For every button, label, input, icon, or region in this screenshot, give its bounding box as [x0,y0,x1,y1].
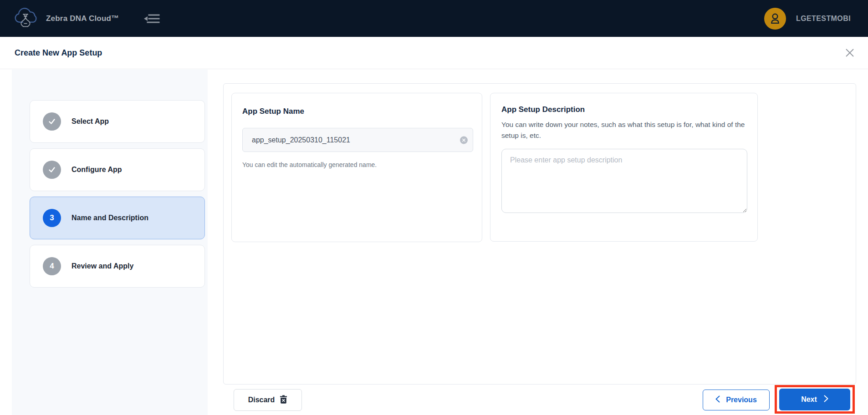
user-avatar[interactable] [764,8,786,30]
wizard-steps: Select App Configure App 3 Name and Desc… [12,70,208,288]
chevron-left-icon [715,395,720,405]
step-review-and-apply[interactable]: 4 Review and Apply [30,245,205,288]
form-cards-row: App Setup Name You can edit the automati… [231,93,758,242]
previous-label: Previous [726,396,757,404]
app-setup-name-helper: You can edit the automatically generated… [242,161,471,168]
app-setup-description-title: App Setup Description [501,105,746,114]
app-setup-name-input-wrap [242,128,473,152]
step-configure-app[interactable]: Configure App [30,148,205,191]
page-header: Create New App Setup [0,37,868,69]
clear-input-icon[interactable] [460,136,468,144]
chevron-right-icon [824,395,828,404]
step-done-check-icon [43,161,61,179]
previous-button[interactable]: Previous [703,390,770,410]
app-setup-description-card: App Setup Description You can write down… [490,93,758,242]
step-label: Select App [71,117,109,126]
next-label: Next [801,395,817,404]
step-number-badge: 3 [43,209,61,227]
app-setup-description-subtitle: You can write down your notes, such as w… [501,119,750,141]
step-label: Name and Description [71,214,148,222]
discard-button[interactable]: Discard [234,389,302,411]
app-setup-name-title: App Setup Name [242,107,471,116]
username-label: LGETESTMOBI [796,15,851,23]
trash-icon [280,395,287,405]
step-label: Review and Apply [71,262,133,270]
step-select-app[interactable]: Select App [30,100,205,143]
next-button-highlight-annotation: Next [775,385,855,414]
step-content-panel: App Setup Name You can edit the automati… [223,83,856,385]
step-done-check-icon [43,112,61,131]
app-setup-name-card: App Setup Name You can edit the automati… [231,93,482,242]
page-title: Create New App Setup [15,48,102,58]
user-menu[interactable]: LGETESTMOBI [764,8,851,30]
close-icon[interactable] [842,46,857,60]
step-number-badge: 4 [43,257,61,275]
collapse-menu-icon[interactable] [143,12,160,25]
topbar: Zebra DNA Cloud™ LGETESTMOBI [0,0,868,37]
zebra-dna-cloud-logo-icon [12,5,39,33]
next-button[interactable]: Next [779,389,850,410]
step-label: Configure App [71,166,122,174]
step-name-and-description[interactable]: 3 Name and Description [30,197,205,239]
wizard-sidebar: Select App Configure App 3 Name and Desc… [12,70,208,415]
app-setup-description-textarea[interactable] [501,149,747,213]
discard-label: Discard [248,396,275,404]
app-title: Zebra DNA Cloud™ [46,14,119,23]
app-setup-name-input[interactable] [242,128,473,152]
